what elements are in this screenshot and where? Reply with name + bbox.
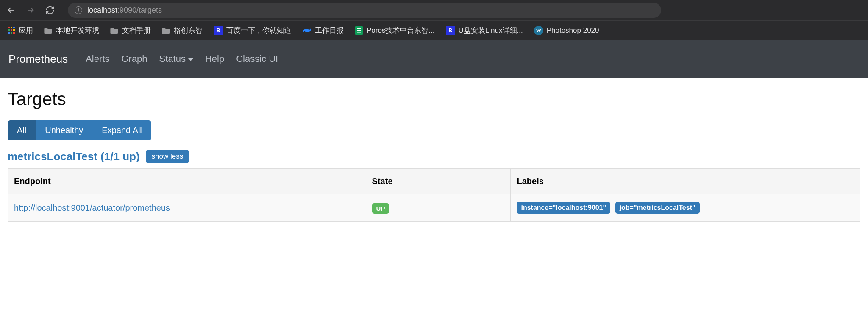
site-info-icon[interactable]: i [75, 6, 82, 14]
reload-icon [45, 6, 55, 15]
bookmark-label: Photoshop 2020 [547, 26, 599, 35]
bookmark-poros[interactable]: Poros技术中台东智... [355, 25, 435, 35]
nav-graph[interactable]: Graph [121, 53, 147, 64]
forward-button[interactable] [25, 4, 36, 16]
address-bar[interactable]: i localhost:9090/targets [68, 3, 661, 18]
bookmark-label: 格创东智 [174, 25, 203, 35]
col-endpoint: Endpoint [8, 169, 366, 194]
bookmark-label: 本地开发环境 [56, 25, 99, 35]
bookmark-photoshop[interactable]: W Photoshop 2020 [534, 26, 599, 35]
folder-icon [44, 27, 53, 34]
bookmarks-bar: 应用 本地开发环境 文档手册 格创东智 B 百度一下，你就知道 工作日报 Por… [0, 20, 868, 40]
bookmark-label: U盘安装Linux详细... [459, 25, 523, 35]
show-less-button[interactable]: show less [146, 150, 189, 163]
bookmark-label: 百度一下，你就知道 [226, 25, 291, 35]
bookmark-apps[interactable]: 应用 [8, 25, 33, 35]
folder-icon [110, 27, 119, 34]
nav-alerts[interactable]: Alerts [86, 53, 109, 64]
bookmark-work-log[interactable]: 工作日报 [302, 25, 344, 35]
bookmark-docs[interactable]: 文档手册 [110, 25, 151, 35]
url-host: localhost [87, 6, 117, 15]
url-path: :9090/targets [117, 6, 162, 15]
bookmark-label: 工作日报 [315, 25, 344, 35]
bookmark-label: 应用 [19, 25, 33, 35]
state-badge: UP [372, 203, 389, 214]
label-pill: job="metricsLocalTest" [615, 202, 700, 214]
browser-toolbar: i localhost:9090/targets [0, 0, 868, 20]
arrow-right-icon [26, 6, 35, 15]
nav-help[interactable]: Help [205, 53, 224, 64]
labels-cell: instance="localhost:9001" job="metricsLo… [511, 194, 860, 222]
col-state: State [366, 169, 511, 194]
nav-status[interactable]: Status [159, 53, 193, 64]
baidu-icon: B [214, 26, 223, 35]
bookmark-label: 文档手册 [122, 25, 151, 35]
label-pill: instance="localhost:9001" [517, 202, 610, 214]
filter-button-group: All Unhealthy Expand All [8, 120, 151, 140]
arrow-left-icon [6, 6, 16, 15]
apps-icon [8, 27, 15, 34]
reload-button[interactable] [44, 4, 56, 16]
bookmark-usb-linux[interactable]: B U盘安装Linux详细... [446, 25, 523, 35]
bookmark-baidu[interactable]: B 百度一下，你就知道 [214, 25, 291, 35]
folder-icon [162, 27, 170, 34]
expand-all-button[interactable]: Expand All [92, 120, 151, 140]
confluence-icon [302, 26, 312, 35]
pool-header: metricsLocalTest (1/1 up) show less [8, 150, 860, 163]
bookmark-gcdz[interactable]: 格创东智 [162, 25, 203, 35]
endpoint-link[interactable]: http://localhost:9001/actuator/prometheu… [14, 203, 170, 212]
bookmark-label: Poros技术中台东智... [367, 25, 435, 35]
sheets-icon [355, 26, 363, 35]
chevron-down-icon [188, 58, 193, 61]
targets-table: Endpoint State Labels http://localhost:9… [8, 168, 860, 222]
wordpress-icon: W [534, 26, 543, 35]
nav-classic-ui[interactable]: Classic UI [236, 53, 278, 64]
pool-name[interactable]: metricsLocalTest (1/1 up) [8, 150, 140, 163]
back-button[interactable] [5, 4, 17, 16]
table-row: http://localhost:9001/actuator/prometheu… [8, 194, 860, 222]
col-labels: Labels [511, 169, 860, 194]
brand-logo[interactable]: Prometheus [8, 53, 68, 66]
bookmark-local-dev[interactable]: 本地开发环境 [44, 25, 99, 35]
url-display: localhost:9090/targets [87, 6, 162, 15]
filter-unhealthy-button[interactable]: Unhealthy [36, 120, 92, 140]
app-navbar: Prometheus Alerts Graph Status Help Clas… [0, 40, 868, 78]
page-content: Targets All Unhealthy Expand All metrics… [0, 78, 868, 233]
baidu-icon: B [446, 26, 455, 35]
table-header-row: Endpoint State Labels [8, 169, 860, 194]
page-title: Targets [8, 89, 860, 109]
filter-all-button[interactable]: All [8, 120, 36, 140]
